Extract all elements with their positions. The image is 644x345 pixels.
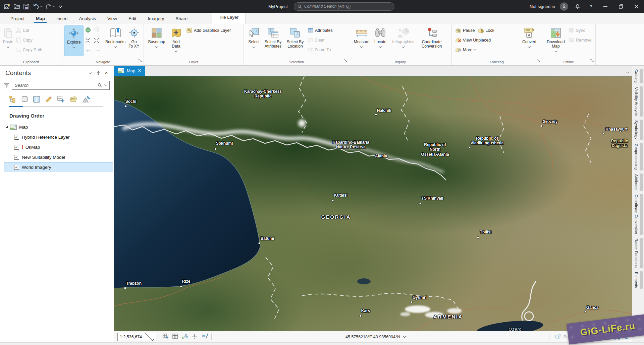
undo-button[interactable] <box>33 4 42 9</box>
redo-dropdown-icon[interactable] <box>53 5 55 7</box>
layer-checkbox[interactable]: ✓ <box>14 155 19 160</box>
selection-dialog-launcher[interactable] <box>344 58 347 64</box>
customize-toolbar-icon[interactable] <box>58 4 63 9</box>
save-project-icon[interactable] <box>23 4 29 9</box>
close-button[interactable] <box>629 0 644 13</box>
tab-list-by-drawing-order[interactable] <box>9 96 16 104</box>
clear-selection-button[interactable]: Clear <box>306 35 334 45</box>
coordinate-conversion-button[interactable]: Coordinate Conversion <box>418 25 446 56</box>
grid-icon[interactable] <box>172 334 178 340</box>
dock-tab-attributes[interactable]: Attributes <box>634 174 643 191</box>
layer-item-hybrid-reference-layer[interactable]: ✓Hybrid Reference Layer <box>0 132 114 142</box>
view-tabs-overflow-chevron-icon[interactable] <box>626 71 629 73</box>
add-graphics-layer-button[interactable]: Add Graphics Layer <box>185 25 232 35</box>
attributes-button[interactable]: Attributes <box>306 25 334 35</box>
tab-list-by-imagery[interactable] <box>82 96 91 104</box>
map-canvas[interactable]: SochiKarachay-Cherkess RepublicNalchikGr… <box>114 76 632 331</box>
expander-icon[interactable] <box>5 126 8 128</box>
tab-list-by-snapping[interactable] <box>57 95 65 104</box>
redo-button[interactable] <box>45 4 55 9</box>
view-unplaced-button[interactable]: View Unplaced <box>454 35 520 45</box>
basemap-button[interactable]: Basemap <box>146 25 167 56</box>
remove-download-button[interactable]: Remove <box>568 35 593 45</box>
full-extent-icon[interactable] <box>85 27 91 34</box>
panel-menu-chevron-icon[interactable] <box>86 69 94 77</box>
ribbon-tab-map[interactable]: Map <box>30 13 51 24</box>
infographics-button[interactable]: Infographics <box>389 25 418 56</box>
signin-status[interactable]: Not signed in <box>530 4 555 9</box>
undo-dropdown-icon[interactable] <box>40 5 42 7</box>
ribbon-tab-imagery[interactable]: Imagery <box>142 13 170 24</box>
layer-item-new-suitability-model[interactable]: ✓New Suitability Model <box>0 152 114 162</box>
layer-checkbox[interactable]: ✓ <box>14 145 19 150</box>
ribbon-tab-edit[interactable]: Edit <box>123 13 142 24</box>
zoom-to-selection-icon[interactable] <box>94 27 100 34</box>
cut-button[interactable]: Cut <box>14 25 44 35</box>
dock-tab-visibility-analysis[interactable]: Visibility Analysis <box>634 86 643 117</box>
paste-button[interactable]: Paste <box>2 25 14 56</box>
navigate-dialog-launcher[interactable] <box>139 58 142 64</box>
dynamic-constraints-icon[interactable] <box>182 334 188 340</box>
download-map-button[interactable]: Download Map <box>544 25 568 56</box>
labeling-dialog-launcher[interactable] <box>537 58 540 64</box>
go-to-xy-button[interactable]: Go To XY <box>126 25 142 56</box>
lock-labels-button[interactable]: Lock <box>476 25 496 35</box>
ribbon-tab-analysis[interactable]: Analysis <box>73 13 102 24</box>
copy-button[interactable]: Copy <box>14 35 44 45</box>
minimize-button[interactable] <box>598 0 613 13</box>
tab-list-by-data-source[interactable] <box>21 96 28 104</box>
dock-tab-coordinate-conversion[interactable]: Coordinate Conversion <box>634 194 643 235</box>
search-options-chevron-icon[interactable] <box>104 83 107 86</box>
layer-item-world-imagery[interactable]: ✓World Imagery <box>4 162 113 172</box>
ribbon-tab-insert[interactable]: Insert <box>51 13 73 24</box>
copy-path-button[interactable]: Copy Path <box>14 45 44 55</box>
ribbon-tab-view[interactable]: View <box>102 13 123 24</box>
north-arrow-icon[interactable]: N <box>202 333 209 340</box>
layer-checkbox[interactable]: ✓ <box>14 135 19 140</box>
restore-button[interactable] <box>613 0 629 13</box>
dock-tab-raster-functions[interactable]: Raster Functions <box>634 238 643 268</box>
zoom-to-selected-icon[interactable] <box>555 334 561 339</box>
fixed-zoom-out-icon[interactable]: ↖↗ ↙↘ <box>94 37 99 43</box>
dock-tab-elements[interactable]: Elements <box>634 271 643 289</box>
fixed-zoom-in-icon[interactable]: ↘↙ ↗↖ <box>85 37 91 43</box>
open-project-icon[interactable] <box>14 4 20 9</box>
scale-combobox[interactable]: 1:2,536,674 <box>117 333 157 341</box>
layer-item-okmap[interactable]: ✓!OkMap <box>0 142 114 152</box>
sync-button[interactable]: Sync <box>568 25 593 35</box>
filter-icon[interactable] <box>4 83 9 88</box>
labeling-more-button[interactable]: More <box>454 45 520 55</box>
dock-tab-geoprocessing[interactable]: Geoprocessing <box>634 143 643 170</box>
convert-labels-button[interactable]: A Convert <box>520 25 539 56</box>
coordinates-display[interactable]: 45.5756218°E 43.9356904°N <box>345 335 406 339</box>
zoom-to-selection-button[interactable]: Zoom To <box>306 45 334 55</box>
locate-button[interactable]: Locate <box>372 25 389 56</box>
pause-labeling-button[interactable]: Pause <box>454 25 476 35</box>
snap-mode-icon[interactable] <box>192 334 198 340</box>
bookmarks-button[interactable]: Bookmarks <box>104 25 126 56</box>
ribbon-tab-project[interactable]: Project <box>5 13 30 24</box>
avatar[interactable] <box>560 2 568 11</box>
select-button[interactable]: Select <box>246 25 262 56</box>
pin-icon[interactable] <box>94 69 102 77</box>
view-tab-map[interactable]: Map × <box>114 66 145 76</box>
next-extent-icon[interactable]: → <box>95 47 101 53</box>
snapping-toggle-icon[interactable] <box>163 334 168 340</box>
ribbon-tab-share[interactable]: Share <box>170 13 193 24</box>
select-by-attributes-button[interactable]: Select By Attributes <box>262 25 284 56</box>
notifications-bell-icon[interactable] <box>571 0 584 13</box>
dock-tab-symbology[interactable]: Symbology <box>634 120 643 140</box>
offline-dialog-launcher[interactable] <box>590 58 594 64</box>
panel-close-icon[interactable]: × <box>102 69 110 77</box>
contents-search-input[interactable]: Search <box>12 81 110 90</box>
tab-list-by-editing[interactable] <box>45 96 52 104</box>
previous-extent-icon[interactable]: ← <box>85 47 92 53</box>
tab-list-by-selection[interactable] <box>33 96 40 104</box>
add-data-button[interactable]: Add Data <box>167 25 185 56</box>
command-search-input[interactable]: Command Search (Alt+Q) <box>294 2 394 11</box>
layer-item-map[interactable]: Map <box>0 122 114 132</box>
dock-tab-catalog[interactable]: Catalog <box>634 69 643 83</box>
help-icon[interactable]: ? <box>584 0 598 13</box>
select-by-location-button[interactable]: Select By Location <box>284 25 306 56</box>
layer-checkbox[interactable]: ✓ <box>14 165 19 170</box>
